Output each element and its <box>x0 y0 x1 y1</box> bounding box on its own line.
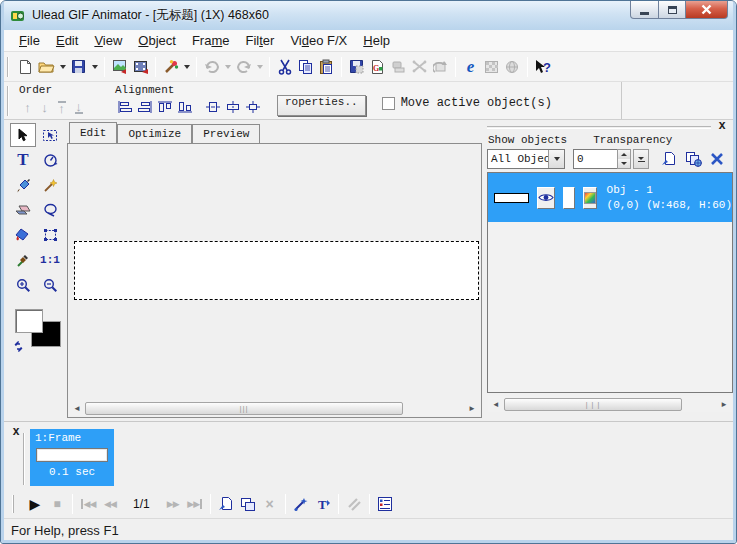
zoom-out-tool[interactable] <box>37 273 63 297</box>
duplicate-frame-button[interactable] <box>237 493 259 515</box>
paintbrush-tool[interactable] <box>10 173 36 197</box>
delete-frame-button[interactable]: × <box>259 493 281 515</box>
add-effect-button[interactable] <box>290 493 312 515</box>
gif-canvas[interactable] <box>74 241 479 300</box>
center-both-button[interactable] <box>243 97 263 117</box>
color-setup-button[interactable] <box>160 56 181 78</box>
rotate-button[interactable] <box>430 56 451 78</box>
edit-canvas-area[interactable]: ◄ ||| ► <box>67 143 482 418</box>
menu-object[interactable]: Object <box>130 30 184 52</box>
new-button[interactable] <box>15 56 36 78</box>
color-setup-dropdown[interactable] <box>181 56 192 78</box>
transparency-slider-button[interactable] <box>633 149 649 169</box>
redo-button[interactable] <box>233 56 254 78</box>
scroll-right-icon[interactable]: ► <box>716 396 732 412</box>
menu-video-fx[interactable]: Video F/X <box>282 30 355 52</box>
menu-view[interactable]: View <box>86 30 130 52</box>
delete-object-button[interactable] <box>707 149 727 169</box>
first-frame-button[interactable]: ◀◀ <box>77 493 99 515</box>
close-button[interactable] <box>686 1 728 19</box>
tab-optimize[interactable]: Optimize <box>117 124 192 143</box>
text-tool[interactable]: T <box>10 148 36 172</box>
frame-1-cell[interactable]: 1:Frame 0.1 sec <box>30 429 114 486</box>
undo-dropdown[interactable] <box>222 56 233 78</box>
redo-dropdown[interactable] <box>254 56 265 78</box>
object-properties-button[interactable] <box>731 149 737 169</box>
frame-properties-button[interactable] <box>374 493 396 515</box>
menu-file[interactable]: File <box>11 30 48 52</box>
object-visibility-button[interactable] <box>537 187 555 209</box>
undo-button[interactable] <box>201 56 222 78</box>
remove-button[interactable] <box>409 56 430 78</box>
magic-wand-tool[interactable] <box>37 173 63 197</box>
move-down-button[interactable]: ↓ <box>36 97 53 117</box>
add-object-button[interactable] <box>659 149 679 169</box>
save-dropdown[interactable] <box>89 56 100 78</box>
swap-colors-icon[interactable] <box>13 341 24 352</box>
preview-option-button[interactable] <box>481 56 502 78</box>
scrollbar-thumb[interactable]: ||| <box>504 398 682 411</box>
frame-strip-gripper[interactable] <box>23 433 25 485</box>
align-right-button[interactable] <box>135 97 155 117</box>
lasso-tool[interactable] <box>37 198 63 222</box>
duplicate-object-button[interactable] <box>683 149 703 169</box>
marquee-select-tool[interactable] <box>37 123 63 147</box>
stop-button[interactable]: ■ <box>46 493 68 515</box>
eyedropper-tool[interactable] <box>10 248 36 272</box>
next-frame-button[interactable]: ▶▶ <box>162 493 184 515</box>
add-banner-text-button[interactable]: T <box>312 493 334 515</box>
playbar-gripper[interactable] <box>12 495 14 513</box>
transparency-input[interactable]: 0 <box>573 149 617 169</box>
scroll-right-icon[interactable]: ► <box>464 400 480 416</box>
cut-button[interactable] <box>274 56 295 78</box>
panel-close-icon[interactable]: x <box>715 120 729 133</box>
actual-size-tool[interactable]: 1:1 <box>37 248 63 272</box>
object-row-obj1[interactable]: Obj - 1 (0,0) (W:468, H:60) <box>488 173 732 222</box>
fill-tool[interactable] <box>10 223 36 247</box>
center-vertical-button[interactable] <box>203 97 223 117</box>
move-to-bottom-button[interactable]: ↓ <box>70 97 87 117</box>
object-filter-dropdown[interactable]: All Object: <box>487 149 565 169</box>
panel-gripper[interactable] <box>487 126 711 129</box>
center-horizontal-button[interactable] <box>223 97 243 117</box>
align-top-button[interactable] <box>155 97 175 117</box>
move-to-top-button[interactable]: ↑ <box>53 97 70 117</box>
animation-wizard-tool[interactable] <box>37 148 63 172</box>
tab-preview[interactable]: Preview <box>192 124 260 143</box>
align-bottom-button[interactable] <box>175 97 195 117</box>
stamp-button[interactable] <box>388 56 409 78</box>
spin-up-button[interactable] <box>618 150 630 159</box>
tween-button[interactable] <box>343 493 365 515</box>
toolbar-gripper[interactable] <box>7 57 9 77</box>
paste-button[interactable] <box>316 56 337 78</box>
object-image-button[interactable] <box>583 187 597 209</box>
last-frame-button[interactable]: ▶▶ <box>184 493 206 515</box>
add-frame-button[interactable] <box>215 493 237 515</box>
play-button[interactable]: ▶ <box>24 493 46 515</box>
toolbar-gripper[interactable] <box>7 86 9 116</box>
menu-filter[interactable]: Filter <box>238 30 283 52</box>
spin-down-button[interactable] <box>618 159 630 168</box>
add-video-button[interactable] <box>130 56 151 78</box>
web-publish-button[interactable] <box>502 56 523 78</box>
object-list[interactable]: Obj - 1 (0,0) (W:468, H:60) <box>487 172 733 393</box>
scroll-left-icon[interactable]: ◄ <box>488 396 504 412</box>
panel-horizontal-scrollbar[interactable]: ◄ ||| ► <box>488 396 732 412</box>
menu-edit[interactable]: Edit <box>48 30 86 52</box>
frame-strip-close-icon[interactable]: x <box>9 425 23 438</box>
menu-frame[interactable]: Frame <box>184 30 238 52</box>
foreground-color-swatch[interactable] <box>15 309 43 333</box>
move-up-button[interactable]: ↑ <box>19 97 36 117</box>
minimize-button[interactable] <box>630 1 659 19</box>
scroll-left-icon[interactable]: ◄ <box>69 400 85 416</box>
canvas-horizontal-scrollbar[interactable]: ◄ ||| ► <box>69 400 480 416</box>
eraser-tool[interactable] <box>10 198 36 222</box>
open-button[interactable] <box>36 56 57 78</box>
restore-button[interactable] <box>659 1 686 19</box>
preview-in-browser-button[interactable]: e <box>460 56 481 78</box>
zoom-in-tool[interactable] <box>10 273 36 297</box>
scrollbar-thumb[interactable]: ||| <box>85 402 403 415</box>
properties-button[interactable]: roperties.. <box>277 95 366 116</box>
optimize-gif-button[interactable]: G <box>367 56 388 78</box>
titlebar[interactable]: Ulead GIF Animator - [无标题] (1X) 468x60 <box>1 1 736 30</box>
